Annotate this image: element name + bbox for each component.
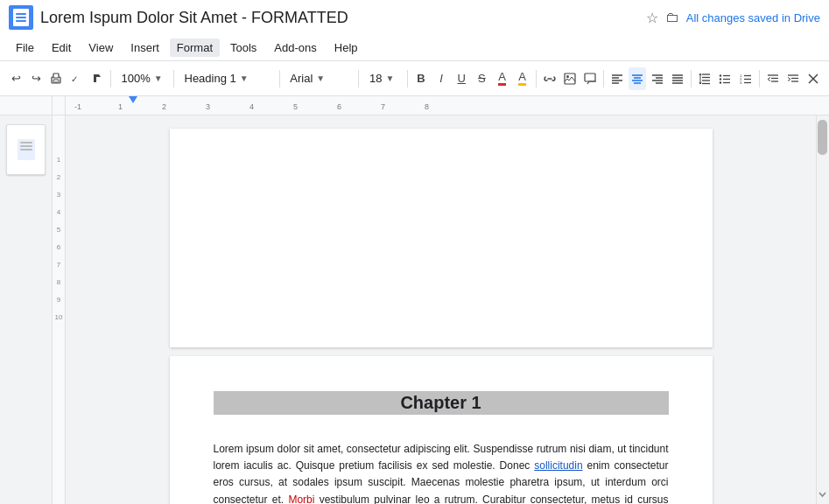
link-button[interactable] bbox=[541, 67, 559, 90]
align-right-button[interactable] bbox=[649, 67, 666, 90]
font-arrow: ▼ bbox=[316, 74, 325, 83]
separator bbox=[110, 70, 111, 88]
document-title: Lorem Ispum Dolor Sit Amet - FORMATTED bbox=[40, 9, 639, 27]
separator bbox=[603, 70, 604, 88]
zoom-dropdown[interactable]: 100% ▼ bbox=[116, 66, 169, 91]
page-thumbnail-sidebar bbox=[0, 116, 53, 504]
menu-insert[interactable]: Insert bbox=[123, 38, 166, 57]
redo-button[interactable]: ↪ bbox=[27, 67, 45, 90]
star-icon[interactable]: ☆ bbox=[646, 10, 658, 26]
paragraph-1[interactable]: Lorem ipsum dolor sit amet, consectetur … bbox=[214, 441, 669, 504]
link-morbi[interactable]: Morbi bbox=[288, 494, 314, 504]
font-value: Arial bbox=[290, 72, 313, 85]
horizontal-ruler: -1 1 2 3 4 5 6 7 8 bbox=[66, 96, 816, 116]
style-arrow: ▼ bbox=[240, 74, 249, 83]
text-color-button[interactable]: A bbox=[493, 67, 510, 90]
vruler-mark: 1 bbox=[57, 150, 60, 168]
title-bar: Lorem Ispum Dolor Sit Amet - FORMATTED ☆… bbox=[0, 0, 829, 35]
svg-rect-2 bbox=[53, 80, 59, 82]
menu-file[interactable]: File bbox=[9, 38, 41, 57]
saved-status: All changes saved in Drive bbox=[686, 11, 820, 24]
ruler-sidebar-spacer bbox=[0, 96, 53, 115]
align-left-button[interactable] bbox=[608, 67, 626, 90]
ruler-tick: -1 bbox=[74, 102, 81, 111]
ruler-tick: 6 bbox=[337, 102, 341, 111]
vruler-mark: 7 bbox=[57, 256, 60, 273]
menu-help[interactable]: Help bbox=[327, 38, 365, 57]
toolbar: ↩ ↪ ✓ 100% ▼ Heading 1 ▼ Arial ▼ 18 ▼ B … bbox=[0, 61, 829, 96]
ruler-tick: 8 bbox=[425, 102, 429, 111]
zoom-value: 100% bbox=[122, 72, 151, 85]
separator bbox=[173, 70, 174, 88]
italic-button[interactable]: I bbox=[432, 67, 450, 90]
ruler-tick: 4 bbox=[249, 102, 254, 111]
chapter-title-wrapper: Chapter 1 bbox=[214, 391, 669, 429]
increase-indent-button[interactable] bbox=[784, 67, 802, 90]
scroll-arrow-down[interactable] bbox=[818, 489, 827, 500]
vruler-mark: 10 bbox=[55, 308, 63, 326]
folder-icon[interactable]: 🗀 bbox=[665, 10, 679, 25]
strikethrough-button[interactable]: S bbox=[473, 67, 490, 90]
bullets-button[interactable] bbox=[716, 67, 734, 90]
page-1 bbox=[170, 129, 713, 347]
underline-button[interactable]: U bbox=[453, 67, 470, 90]
style-dropdown[interactable]: Heading 1 ▼ bbox=[179, 66, 275, 91]
svg-rect-4 bbox=[94, 77, 96, 82]
font-dropdown[interactable]: Arial ▼ bbox=[284, 66, 354, 91]
vruler-mark: 5 bbox=[57, 220, 60, 238]
print-button[interactable] bbox=[47, 67, 65, 90]
svg-rect-1 bbox=[53, 74, 59, 78]
text-color-label: A bbox=[498, 71, 506, 86]
separator bbox=[279, 70, 280, 88]
vruler-mark: 6 bbox=[57, 238, 60, 256]
undo-button[interactable]: ↩ bbox=[7, 67, 25, 90]
line-spacing-button[interactable] bbox=[696, 67, 713, 90]
menu-addons[interactable]: Add-ons bbox=[267, 38, 323, 57]
separator bbox=[407, 70, 408, 88]
spellcheck-button[interactable]: ✓ bbox=[67, 67, 85, 90]
svg-text:3.: 3. bbox=[740, 80, 742, 84]
bold-button[interactable]: B bbox=[412, 67, 430, 90]
ruler-tick: 3 bbox=[206, 102, 210, 111]
image-button[interactable] bbox=[561, 67, 579, 90]
ruler-tick: 2 bbox=[162, 102, 166, 111]
menu-edit[interactable]: Edit bbox=[45, 38, 78, 57]
document-area[interactable]: Chapter 1 Lorem ipsum dolor sit amet, co… bbox=[66, 116, 816, 504]
thumbnail-line bbox=[20, 145, 32, 147]
menu-bar: File Edit View Insert Format Tools Add-o… bbox=[0, 35, 829, 61]
menu-tools[interactable]: Tools bbox=[223, 38, 263, 57]
menu-format[interactable]: Format bbox=[170, 38, 220, 57]
svg-point-6 bbox=[566, 75, 569, 78]
vruler-mark: 9 bbox=[57, 290, 60, 308]
ruler-vruler-spacer bbox=[53, 96, 66, 115]
scroll-thumb[interactable] bbox=[818, 120, 827, 155]
highlight-label: A bbox=[518, 71, 526, 86]
numbered-list-button[interactable]: 1.2.3. bbox=[737, 67, 755, 90]
svg-point-32 bbox=[720, 81, 721, 83]
font-size-dropdown[interactable]: 18 ▼ bbox=[363, 66, 403, 91]
ruler-tick: 5 bbox=[293, 102, 298, 111]
vruler-mark: 4 bbox=[57, 203, 60, 220]
link-sollicitudin[interactable]: sollicitudin bbox=[534, 459, 582, 472]
decrease-indent-button[interactable] bbox=[763, 67, 781, 90]
separator bbox=[536, 70, 537, 88]
page-thumbnail-1[interactable] bbox=[6, 124, 46, 175]
comment-button[interactable] bbox=[581, 67, 599, 90]
page-2[interactable]: Chapter 1 Lorem ipsum dolor sit amet, co… bbox=[170, 356, 713, 504]
paintformat-button[interactable] bbox=[88, 67, 106, 90]
vruler-mark: 2 bbox=[57, 168, 60, 186]
right-scrollbar[interactable] bbox=[816, 116, 829, 504]
ruler-scroll-spacer bbox=[816, 96, 829, 115]
align-center-button[interactable] bbox=[629, 67, 646, 90]
separator bbox=[759, 70, 760, 88]
size-arrow: ▼ bbox=[386, 74, 395, 83]
main-area: -1 1 2 3 4 5 6 7 8 bbox=[0, 96, 829, 504]
ruler-tick: 1 bbox=[118, 102, 123, 111]
clear-formatting-button[interactable] bbox=[804, 67, 822, 90]
highlight-button[interactable]: A bbox=[514, 67, 531, 90]
menu-view[interactable]: View bbox=[81, 38, 120, 57]
thumbnail-icon bbox=[18, 139, 35, 160]
vruler-mark: 8 bbox=[57, 273, 60, 290]
align-justify-button[interactable] bbox=[669, 67, 686, 90]
doc-icon-lines bbox=[13, 9, 29, 26]
